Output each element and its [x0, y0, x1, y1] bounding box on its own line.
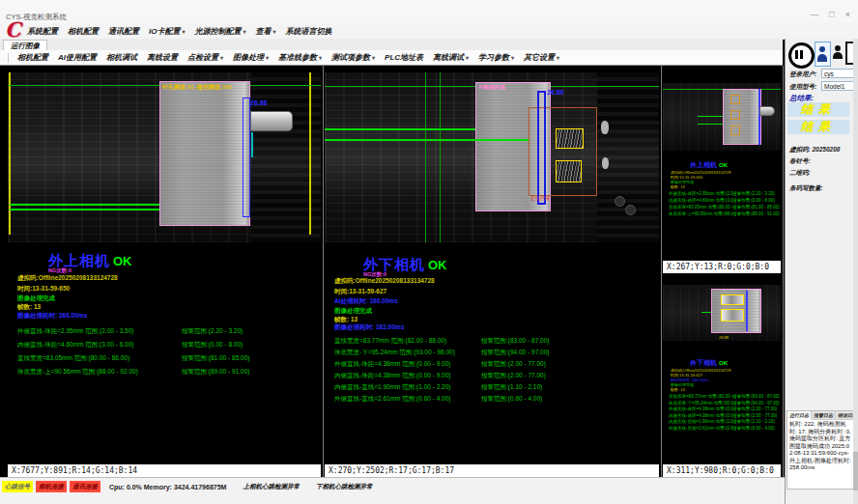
- time-text: 时间:13-31-59-627: [334, 288, 386, 296]
- tool-image-processing[interactable]: 图像处理▾: [228, 52, 273, 63]
- tool-test-item-params[interactable]: 测试项参数▾: [327, 52, 380, 63]
- measurement-row: 内侧直线-珠距=4.60mm 范围:(3.00 - 6.00)报警范围:(0.0…: [17, 338, 249, 351]
- user-icon: [835, 45, 841, 51]
- measure-value-overlay: 26.88: [719, 335, 729, 340]
- camera-image-lower[interactable]: AI检测区域 26.88 定位区域: [325, 72, 659, 242]
- measurement-row: 直线宽度=83.77mm 范围:(82.00 - 88.00)报警范围:(83.…: [334, 335, 549, 347]
- chevron-down-icon: ▾: [243, 29, 245, 35]
- tool-camera-config[interactable]: 相机配置: [13, 52, 53, 63]
- measurement-row: 外侧直线-珠距=2.95mm 范围:(2.00 - 3.50)报警范围:(2.2…: [17, 324, 249, 338]
- mini-roi-box: [730, 95, 740, 104]
- statusbar: 心跳信号 相机连接 通讯连接 Cpu: 0.0% Memory: 3424.41…: [0, 477, 785, 504]
- user-button-selected[interactable]: [815, 42, 831, 67]
- menu-item-comm-config[interactable]: 通讯配置: [108, 26, 139, 37]
- log-tabs: 运行日志 报警日志 错误日志: [787, 411, 853, 420]
- menu-item-view[interactable]: 查看▾: [255, 26, 275, 37]
- tool-offline-debug[interactable]: 离线调试▾: [428, 52, 473, 63]
- virtual-code-text: 虚拟码:Offline20250208133134728: [334, 277, 435, 286]
- virtual-code-label: 虚拟码: 20250208: [789, 146, 840, 154]
- panel-splitter[interactable]: [783, 66, 784, 477]
- mini-roi-box: [730, 110, 740, 120]
- tab-detect-box: [721, 309, 744, 322]
- virtual-code-text: 虚拟码:Offline20250208133124728: [17, 274, 118, 283]
- measurement-row: 外侧直线-珠距=4.38mm 范围:(0.00 - 9.00)报警范围:(2.0…: [334, 358, 549, 370]
- model-field[interactable]: Model1: [821, 81, 854, 91]
- menu-item-light-config[interactable]: 光源控制配置▾: [194, 26, 245, 37]
- titlebar: CYS-视觉检测系统 — □ ×: [0, 0, 858, 23]
- overlay-green-line: [10, 204, 159, 206]
- measurement-row: 直线宽度=83.05mm 范围:(80.00 - 86.00)报警范围:(81.…: [17, 351, 249, 365]
- overlay-green-line: [325, 139, 529, 141]
- login-user-label: 登录用户:: [789, 70, 816, 79]
- locate-roi-label: 定位区域: [530, 195, 550, 201]
- mini-camera-image-lower[interactable]: 26.88: [663, 285, 781, 341]
- camera-image-upper[interactable]: 针孔阈值:93, 碰伤阈值:100 26.88: [8, 72, 321, 242]
- mini-roi-box: [730, 126, 740, 135]
- user-button[interactable]: [832, 44, 844, 62]
- menu-item-io-config[interactable]: IO卡配置▾: [149, 26, 185, 37]
- overlay-green-line: [325, 128, 475, 130]
- measurement-rows: 直线宽度=83.77mm 范围:(82.00 - 88.00)报警范围:(83.…: [334, 335, 549, 405]
- menu-item-system-config[interactable]: 系统配置: [27, 26, 58, 37]
- scrollbar-thumb[interactable]: [853, 452, 858, 490]
- pause-button[interactable]: [788, 42, 815, 69]
- toolbar: 相机配置 AI使用配置 相机调试 离线设置 点检设置▾ 图像处理▾ 基准线参数▾…: [0, 50, 783, 66]
- qr-code-label: 二维码:: [789, 169, 811, 178]
- measurement-rows: 外侧直线-珠距=2.95mm 范围:(2.00 - 3.50)报警范围:(2.2…: [17, 324, 249, 378]
- mini-view-upper: 外上相机OK 虚拟码:Offline20250208133124728 时间:1…: [663, 66, 781, 273]
- login-user-field[interactable]: cys: [821, 69, 854, 78]
- tool-learning-params[interactable]: 学习参数▾: [473, 52, 519, 63]
- panel-splitter[interactable]: [661, 66, 662, 477]
- tool-ai-usage-config[interactable]: AI使用配置: [53, 52, 101, 63]
- measurement-row: 内侧直线-直线=1.90mm 范围:(1.00 - 2.20)报警范围:(1.1…: [334, 381, 549, 393]
- tool-spotcheck-settings[interactable]: 点检设置▾: [183, 52, 228, 63]
- chevron-down-icon: ▾: [466, 55, 469, 61]
- measurement-row: 内侧直线-珠距=4.38mm 范围:(0.00 - 9.00)报警范围:(2.0…: [334, 370, 549, 381]
- log-tab-alarm[interactable]: 报警日志: [812, 411, 836, 420]
- reel-number-label: 卷针号:: [789, 157, 811, 166]
- panel-splitter[interactable]: [323, 66, 324, 477]
- overlay-green-line: [440, 72, 441, 242]
- log-tab-run[interactable]: 运行日志: [787, 411, 812, 420]
- app-window: CYS-视觉检测系统 — □ × C 系统配置 相机配置 通讯配置 IO卡配置▾…: [0, 0, 858, 504]
- maximize-icon[interactable]: □: [829, 10, 834, 19]
- heartbeat-status-badge: 心跳信号: [2, 481, 33, 492]
- tool-offline-settings[interactable]: 离线设置: [142, 52, 183, 63]
- user-icon: [819, 46, 825, 52]
- minimize-icon[interactable]: —: [810, 10, 818, 19]
- measure-roi-box: [243, 98, 250, 217]
- threshold-overlay-text: 针孔阈值:93, 碰伤阈值:100: [162, 83, 232, 92]
- process-cost-text: 图像处理耗时: 162.00ms: [334, 323, 404, 332]
- upper-camera-heartbeat-text: 上相机心跳检测异常: [243, 483, 300, 491]
- measure-roi-box: [537, 91, 546, 205]
- menu-item-camera-config[interactable]: 相机配置: [68, 26, 99, 37]
- pause-icon: [800, 50, 803, 59]
- chevron-down-icon: ▾: [372, 55, 375, 61]
- tool-camera-debug[interactable]: 相机调试: [101, 52, 142, 63]
- chevron-down-icon: ▾: [319, 55, 322, 61]
- metal-tab: [250, 111, 293, 131]
- chevron-down-icon: ▾: [511, 55, 514, 61]
- process-done-text: 图像处理完成: [17, 294, 55, 303]
- tool-other-settings[interactable]: 其它设置▾: [519, 52, 564, 63]
- mini-view-lower: 26.88 外下相机OK 虚拟码:Offline2025020813313472…: [663, 275, 781, 477]
- sidebar-scrollbar[interactable]: [853, 39, 858, 504]
- frame-count-text: 帧数: 13: [17, 303, 41, 312]
- measure-value-overlay: 26.88: [250, 99, 268, 106]
- menu-item-language-switch[interactable]: 系统语言切换: [286, 26, 332, 37]
- process-cost-text: 图像处理耗时: 266.00ms: [17, 312, 87, 321]
- tool-plc-address-table[interactable]: PLC地址表: [380, 52, 428, 63]
- pixel-coordinate-readout: X:7677;Y:891;R:14;G:14;B:14: [8, 464, 321, 477]
- pixel-coordinate-readout: X:267;Y:13;R:0;G:0;B:0: [663, 261, 781, 273]
- cell-region: [723, 89, 761, 145]
- tool-baseline-params[interactable]: 基准线参数▾: [273, 52, 327, 63]
- close-icon[interactable]: ×: [845, 10, 850, 19]
- lower-camera-heartbeat-text: 下相机心跳检测异常: [316, 483, 373, 491]
- mini-camera-image-upper[interactable]: [663, 83, 781, 151]
- result-ok-badge: OK: [428, 258, 447, 272]
- pixel-coordinate-readout: X:311;Y:980;R:0;G:0;B:0: [663, 464, 781, 477]
- measure-value-overlay: 26.88: [547, 89, 564, 96]
- virtual-code-value: 20250208: [812, 146, 840, 153]
- log-text: 耗时: 222, 掩码检测耗时: 17, 掩码分类耗时: 0, 掩码提取分区耗时…: [787, 420, 853, 473]
- result-chip-upper: 结果: [787, 102, 849, 117]
